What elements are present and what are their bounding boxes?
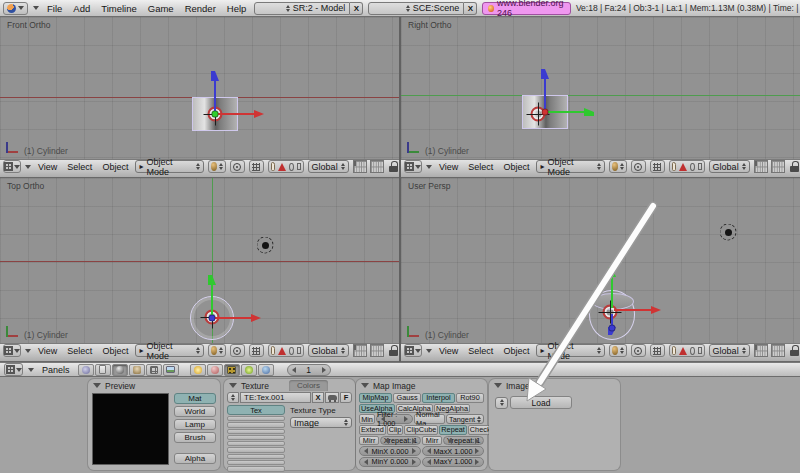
repeat-toggle[interactable]: Repeat — [439, 425, 467, 435]
manipulator-group[interactable] — [669, 160, 705, 173]
editor-type-button[interactable] — [3, 2, 28, 15]
map-image-panel-header[interactable]: Map Image — [356, 379, 487, 392]
mode-dropdown[interactable]: ▸ Object Mode — [135, 344, 203, 357]
menu-object[interactable]: Object — [99, 346, 131, 356]
pivot-dropdown[interactable] — [631, 160, 646, 173]
texture-name-field[interactable]: TE:Tex.001 — [240, 392, 311, 403]
gizmo-center-dot[interactable] — [609, 325, 616, 332]
maxx-field[interactable]: MaxX 1.000 — [422, 446, 484, 456]
preview-lamp-button[interactable]: Lamp — [174, 419, 216, 430]
z-axis-arrow-icon[interactable] — [544, 78, 546, 110]
menu-select[interactable]: Select — [465, 162, 496, 172]
preview-mat-button[interactable]: Mat — [174, 393, 216, 404]
texture-channel-slot[interactable] — [227, 447, 285, 452]
texture-channel-slot[interactable] — [227, 460, 285, 465]
shading-context-button[interactable] — [112, 364, 128, 376]
interpol-toggle[interactable]: Interpol — [422, 393, 455, 403]
mode-dropdown[interactable]: ▸ Object Mode — [135, 160, 203, 173]
logic-context-button[interactable] — [78, 364, 94, 376]
layer-buttons[interactable] — [754, 160, 786, 173]
pivot-dropdown[interactable] — [631, 344, 646, 357]
layer-grid-right[interactable] — [370, 344, 384, 357]
filter-number-field[interactable]: Filter : 1.000 — [376, 414, 413, 424]
editor-type-button[interactable] — [404, 160, 422, 173]
mirror-x-toggle[interactable]: Mirr — [359, 436, 379, 446]
header-collapse-icon[interactable] — [33, 6, 39, 10]
layer-grid-right[interactable] — [370, 160, 384, 173]
panels-menu[interactable]: Panels — [39, 365, 73, 375]
manipulator-group[interactable] — [268, 344, 304, 357]
draw-mode-dropdown[interactable] — [208, 344, 226, 357]
image-browse-button[interactable] — [495, 397, 508, 409]
lamp-object[interactable] — [257, 237, 274, 254]
viewport-front[interactable]: Front Ortho (1) Cylinder — [0, 17, 399, 159]
auto-name-button[interactable] — [325, 392, 339, 403]
x-axis-arrow-icon[interactable] — [214, 317, 252, 319]
layer-grid-left[interactable] — [353, 160, 367, 173]
gizmo-center-dot[interactable] — [212, 111, 219, 118]
lock-icon[interactable] — [389, 345, 396, 356]
material-buttons-button[interactable] — [207, 364, 223, 376]
menu-add[interactable]: Add — [70, 3, 93, 14]
menu-render[interactable]: Render — [182, 3, 219, 14]
orientation-dropdown[interactable]: Global — [709, 160, 750, 173]
menu-view[interactable]: View — [436, 162, 461, 172]
menu-view[interactable]: View — [35, 162, 60, 172]
menu-object[interactable]: Object — [500, 162, 532, 172]
scene-close-button[interactable]: X — [464, 2, 477, 15]
unlink-texture-button[interactable]: X — [312, 392, 324, 403]
viewport-divider[interactable] — [399, 17, 401, 362]
header-menu-chevron[interactable] — [426, 165, 432, 169]
gizmo-center-dot[interactable] — [542, 109, 549, 116]
yrepeat-field[interactable]: Yrepeat: 1 — [443, 436, 484, 446]
layer-grid-left[interactable] — [754, 160, 768, 173]
texture-buttons-button[interactable] — [224, 364, 240, 376]
editor-type-button[interactable] — [3, 344, 21, 357]
mode-dropdown[interactable]: ▸ Object Mode — [536, 160, 604, 173]
layer-buttons[interactable] — [353, 344, 385, 357]
xrepeat-field[interactable]: Xrepeat: 1 — [380, 436, 421, 446]
menu-object[interactable]: Object — [500, 346, 532, 356]
lock-icon[interactable] — [790, 161, 797, 172]
z-axis-arrow-icon[interactable] — [214, 80, 216, 112]
y-axis-arrow-icon[interactable] — [611, 276, 613, 308]
layer-grid-left[interactable] — [353, 344, 367, 357]
header-menu-chevron[interactable] — [28, 368, 34, 372]
panel-collapse-icon[interactable] — [93, 383, 101, 388]
pivot-dropdown[interactable] — [230, 160, 245, 173]
normal-map-toggle[interactable]: Normal Ma — [414, 414, 445, 424]
version-link-button[interactable]: www.blender.org 246 — [482, 2, 571, 15]
scene-selector[interactable]: SCE:Scene X — [368, 2, 477, 15]
gizmo-center-dot[interactable] — [209, 315, 216, 322]
gauss-toggle[interactable]: Gauss — [393, 393, 421, 403]
menu-view[interactable]: View — [35, 346, 60, 356]
viewport-right[interactable]: Right Ortho (1) Cylinder — [401, 17, 800, 159]
alpha-button[interactable]: Alpha — [174, 453, 216, 464]
menu-object[interactable]: Object — [99, 162, 131, 172]
panel-collapse-icon[interactable] — [361, 383, 369, 388]
screen-close-button[interactable]: X — [350, 2, 363, 15]
texture-browse-button[interactable] — [227, 392, 239, 403]
layer-buttons[interactable] — [353, 160, 385, 173]
orientation-dropdown[interactable]: Global — [308, 344, 349, 357]
orientation-dropdown[interactable]: Global — [709, 344, 750, 357]
scene-context-button[interactable] — [163, 364, 179, 376]
radiosity-buttons-button[interactable] — [241, 364, 257, 376]
texture-panel-header[interactable]: Texture Colors — [224, 379, 355, 392]
texture-channel-slot[interactable] — [227, 435, 285, 440]
snap-element-button[interactable] — [249, 344, 264, 357]
preview-brush-button[interactable]: Brush — [174, 432, 216, 443]
editor-type-button[interactable] — [3, 160, 21, 173]
viewport-user[interactable]: User Persp (1) Cylinder — [401, 178, 800, 343]
world-buttons-button[interactable] — [258, 364, 274, 376]
texture-channel-slot[interactable] — [227, 466, 285, 471]
y-axis-arrow-icon[interactable] — [211, 284, 213, 316]
snap-element-button[interactable] — [650, 160, 665, 173]
texture-channel-slot[interactable] — [227, 422, 285, 427]
lock-icon[interactable] — [790, 345, 797, 356]
min-toggle[interactable]: Min — [359, 414, 375, 424]
menu-help[interactable]: Help — [224, 3, 250, 14]
manipulator-group[interactable] — [669, 344, 705, 357]
tangent-dropdown[interactable]: Tangent — [446, 414, 484, 424]
mirror-y-toggle[interactable]: Mirr — [422, 436, 442, 446]
